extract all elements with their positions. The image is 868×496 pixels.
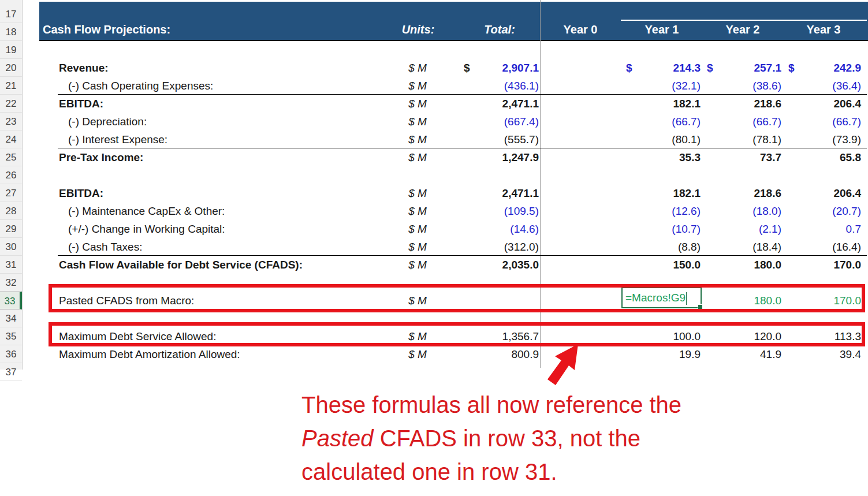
border-under-row24	[58, 148, 867, 148]
row22-year2[interactable]: 218.6	[695, 95, 786, 113]
row27-year1[interactable]: 182.1	[614, 184, 705, 202]
row21-label[interactable]: (-) Cash Operating Expenses:	[59, 77, 392, 95]
row21-year2[interactable]: (38.6)	[695, 77, 781, 95]
table-row-28: (-) Maintenance CapEx & Other:$ M(109.5)…	[0, 202, 868, 220]
row36-year3[interactable]: 39.4	[774, 345, 866, 363]
row36-units[interactable]: $ M	[400, 345, 435, 363]
row31-units[interactable]: $ M	[400, 256, 435, 274]
row30-total[interactable]: (312.0)	[439, 238, 539, 256]
row-header-37[interactable]: 37	[0, 363, 22, 381]
row23-year1[interactable]: (66.7)	[614, 113, 701, 130]
annotation-box-row33	[49, 284, 865, 312]
table-row-36: Maximum Debt Amortization Allowed:$ M800…	[0, 345, 868, 363]
row24-year2[interactable]: (78.1)	[695, 130, 781, 148]
row36-year1[interactable]: 19.9	[614, 345, 705, 363]
row20-label[interactable]: Revenue:	[59, 59, 382, 77]
row36-label[interactable]: Maximum Debt Amortization Allowed:	[59, 345, 382, 363]
row27-total[interactable]: 2,471.1	[439, 184, 543, 202]
row23-year2[interactable]: (66.7)	[695, 113, 781, 130]
row-header-19[interactable]: 19	[0, 41, 22, 59]
row30-year3[interactable]: (16.4)	[774, 238, 861, 256]
row23-total[interactable]: (667.4)	[439, 113, 539, 130]
row20-total[interactable]: 2,907.1	[439, 59, 543, 77]
table-row-31: Cash Flow Available for Debt Service (CF…	[0, 256, 868, 274]
row36-year2[interactable]: 41.9	[695, 345, 786, 363]
row22-total[interactable]: 2,471.1	[439, 95, 543, 113]
table-row-21: (-) Cash Operating Expenses:$ M(436.1)(3…	[0, 77, 868, 95]
table-row-30: (-) Cash Taxes:$ M(312.0)(8.8)(18.4)(16.…	[0, 238, 868, 256]
row20-year2[interactable]: 257.1	[695, 59, 786, 77]
excel-cashflow-sheet: 1718192021222324252627282930313233343536…	[0, 0, 868, 496]
row28-total[interactable]: (109.5)	[439, 202, 539, 220]
row-header-34[interactable]: 34	[0, 309, 22, 327]
row20-year3[interactable]: 242.9	[774, 59, 866, 77]
row24-year3[interactable]: (73.9)	[774, 130, 861, 148]
row21-total[interactable]: (436.1)	[439, 77, 539, 95]
row27-label[interactable]: EBITDA:	[59, 184, 382, 202]
row24-units[interactable]: $ M	[400, 130, 435, 148]
row25-year3[interactable]: 65.8	[774, 148, 866, 166]
row-header-26[interactable]: 26	[0, 166, 22, 184]
row23-label[interactable]: (-) Depreciation:	[59, 113, 392, 130]
row20-year1[interactable]: 214.3	[614, 59, 705, 77]
annotation-line3: calculated one in row 31.	[301, 455, 740, 488]
row31-year2[interactable]: 180.0	[695, 256, 786, 274]
row30-units[interactable]: $ M	[400, 238, 435, 256]
row28-year1[interactable]: (12.6)	[614, 202, 701, 220]
col-header-units: Units:	[383, 23, 453, 36]
row22-year1[interactable]: 182.1	[614, 95, 705, 113]
row25-year2[interactable]: 73.7	[695, 148, 786, 166]
row29-year3[interactable]: 0.7	[774, 220, 866, 238]
row23-units[interactable]: $ M	[400, 113, 435, 130]
row36-total[interactable]: 800.9	[439, 345, 543, 363]
row27-units[interactable]: $ M	[400, 184, 435, 202]
table-row-20: Revenue:$ M$2,907.1$214.3$257.1$242.9	[0, 59, 868, 77]
row27-year2[interactable]: 218.6	[695, 184, 786, 202]
row29-total[interactable]: (14.6)	[439, 220, 539, 238]
annotation-line1: These formulas all now reference the	[301, 388, 740, 422]
col-header-year0: Year 0	[546, 23, 615, 36]
table-row-27: EBITDA:$ M2,471.1182.1218.6206.4	[0, 184, 868, 202]
row21-year1[interactable]: (32.1)	[614, 77, 701, 95]
row24-year1[interactable]: (80.1)	[614, 130, 701, 148]
row28-year2[interactable]: (18.0)	[695, 202, 781, 220]
row31-year3[interactable]: 170.0	[774, 256, 866, 274]
row25-total[interactable]: 1,247.9	[439, 148, 543, 166]
row22-label[interactable]: EBITDA:	[59, 95, 382, 113]
row21-units[interactable]: $ M	[400, 77, 435, 95]
table-header-band: Cash Flow Projections: Units: Total: Yea…	[39, 2, 868, 41]
table-row-22: EBITDA:$ M2,471.1182.1218.6206.4	[0, 95, 868, 113]
row29-year2[interactable]: (2.1)	[695, 220, 781, 238]
row21-year3[interactable]: (36.4)	[774, 77, 861, 95]
row30-label[interactable]: (-) Cash Taxes:	[59, 238, 392, 256]
col-header-year2: Year 2	[708, 23, 777, 36]
row25-year1[interactable]: 35.3	[614, 148, 705, 166]
row25-units[interactable]: $ M	[400, 148, 435, 166]
row28-year3[interactable]: (20.7)	[774, 202, 861, 220]
row30-year1[interactable]: (8.8)	[614, 238, 701, 256]
row31-year1[interactable]: 150.0	[614, 256, 705, 274]
row28-label[interactable]: (-) Maintenance CapEx & Other:	[59, 202, 392, 220]
row22-units[interactable]: $ M	[400, 95, 435, 113]
row20-units[interactable]: $ M	[400, 59, 435, 77]
row24-label[interactable]: (-) Interest Expense:	[59, 130, 392, 148]
row29-year1[interactable]: (10.7)	[614, 220, 701, 238]
page-title: Cash Flow Projections:	[43, 23, 170, 36]
row22-year3[interactable]: 206.4	[774, 95, 866, 113]
row-header-32[interactable]: 32	[0, 274, 22, 292]
row31-total[interactable]: 2,035.0	[439, 256, 543, 274]
row29-label[interactable]: (+/-) Change in Working Capital:	[59, 220, 392, 238]
row25-label[interactable]: Pre-Tax Income:	[59, 148, 382, 166]
annotation-box-row35	[49, 322, 865, 346]
row-header-17[interactable]: 17	[0, 5, 22, 23]
table-row-29: (+/-) Change in Working Capital:$ M(14.6…	[0, 220, 868, 238]
table-row-23: (-) Depreciation:$ M(667.4)(66.7)(66.7)(…	[0, 113, 868, 130]
row-header-18[interactable]: 18	[0, 23, 22, 41]
row30-year2[interactable]: (18.4)	[695, 238, 781, 256]
row28-units[interactable]: $ M	[400, 202, 435, 220]
row27-year3[interactable]: 206.4	[774, 184, 866, 202]
row31-label[interactable]: Cash Flow Available for Debt Service (CF…	[59, 256, 382, 274]
row29-units[interactable]: $ M	[400, 220, 435, 238]
row24-total[interactable]: (555.7)	[439, 130, 539, 148]
row23-year3[interactable]: (66.7)	[774, 113, 861, 130]
